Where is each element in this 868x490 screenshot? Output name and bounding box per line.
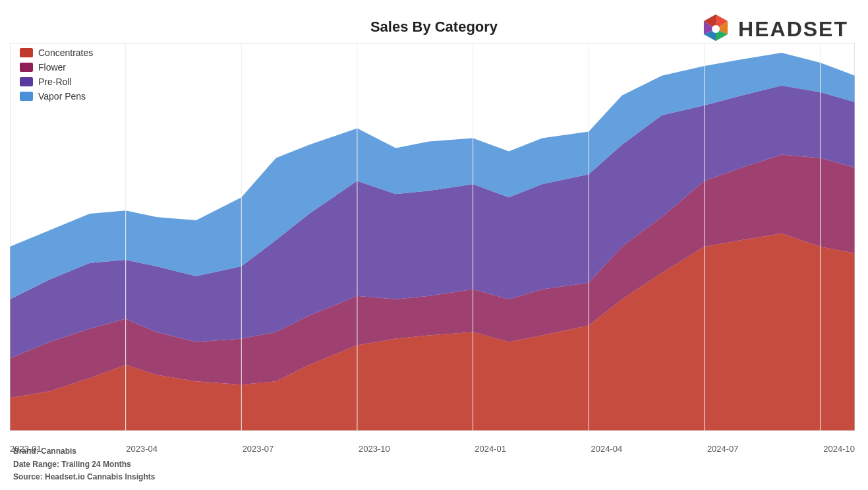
x-label-2: 2023-07	[243, 444, 274, 454]
x-label-6: 2024-07	[707, 444, 739, 454]
x-label-5: 2024-04	[591, 444, 623, 454]
source-label: Source:	[13, 472, 43, 481]
footer-metadata: Brand: Cannabis Date Range: Trailing 24 …	[13, 445, 155, 483]
page-container: HEADSET Sales By Category ConcentratesFl…	[0, 0, 868, 490]
date-range-value: Trailing 24 Months	[61, 460, 130, 469]
x-label-3: 2023-10	[359, 444, 390, 454]
brand-value: Cannabis	[41, 446, 76, 456]
chart-area	[10, 43, 855, 431]
brand-label: Brand:	[13, 446, 39, 456]
source-value: Headset.io Cannabis Insights	[45, 472, 155, 481]
x-label-4: 2024-01	[475, 444, 506, 454]
chart-svg	[10, 43, 855, 431]
chart-title: Sales By Category	[0, 18, 868, 36]
date-range-label: Date Range:	[13, 460, 59, 469]
x-label-7: 2024-10	[823, 444, 855, 454]
